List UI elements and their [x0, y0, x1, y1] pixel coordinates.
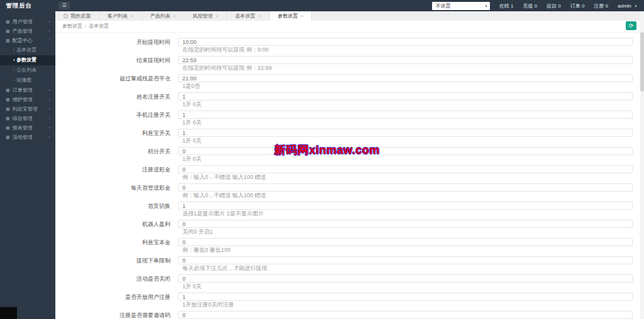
tab-3[interactable]: 风控管理×: [184, 11, 227, 21]
topbar-stat-3[interactable]: 订单 0: [570, 3, 585, 9]
sidebar-item-10[interactable]: ▦综合管理‹: [0, 114, 55, 123]
sidebar-item-2[interactable]: ▦配置中心ˇ: [0, 36, 55, 45]
breadcrumb-part[interactable]: 参数设置: [62, 23, 82, 29]
topbar-right: 不设置 ▾ 在线 1充值 0提款 0订单 0注册 0 admin ▼: [432, 0, 638, 11]
form-field: 在指定的时间段可以提现 例：22:59: [178, 56, 633, 71]
sidebar-item-label: 用户管理: [13, 19, 33, 24]
sidebar-item-5[interactable]: ›公告列表: [0, 65, 55, 75]
topbar-select[interactable]: 不设置 ▾: [432, 2, 490, 10]
form-input-11[interactable]: [178, 238, 633, 246]
topbar-stat-4[interactable]: 注册 0: [594, 3, 608, 9]
form-hint: 例：输入0，不赠送 输入100 赠送: [178, 193, 633, 198]
topbar-select-value: 不设置: [436, 3, 451, 9]
form-row-11: 利息宝本金例：最低0 最低100: [55, 238, 640, 253]
grid-icon: ▦: [6, 132, 10, 142]
sidebar-item-12[interactable]: ▦活动管理‹: [0, 132, 55, 142]
sidebar-item-3[interactable]: ›基本设置: [0, 45, 55, 55]
grid-icon: ▦: [6, 17, 10, 26]
form-field: 每天必须下注几次，才能进行提现: [178, 256, 633, 271]
sidebar-item-label: 产品管理: [13, 28, 33, 34]
vertical-scrollbar: [640, 11, 644, 319]
form-input-9[interactable]: [178, 202, 633, 210]
topbar-stat-2[interactable]: 提款 0: [547, 3, 561, 9]
chevron-left-icon: ‹: [48, 85, 50, 95]
form-input-14[interactable]: [178, 293, 633, 301]
tab-0[interactable]: 我的桌面: [55, 11, 99, 21]
chevron-left-icon: ‹: [48, 123, 50, 132]
form-row-2: 超过警戒线是否平仓1是0否: [55, 74, 640, 89]
form-input-1[interactable]: [178, 56, 633, 64]
form-input-4[interactable]: [178, 111, 633, 119]
chevron-left-icon: ‹: [48, 95, 50, 104]
form-hint: 例：输入0，不赠送 输入100 赠送: [178, 175, 633, 180]
refresh-button[interactable]: ⟳: [626, 21, 636, 30]
tab-1[interactable]: 客户列表×: [99, 11, 142, 21]
chevron-right-icon: ›: [13, 75, 14, 85]
close-icon[interactable]: ×: [301, 14, 304, 19]
app-logo: 管理后台: [0, 0, 55, 11]
tab-2[interactable]: 产品列表×: [142, 11, 185, 21]
sidebar-item-0[interactable]: ▦用户管理‹: [0, 17, 55, 26]
grid-icon: ▦: [6, 114, 10, 123]
sidebar-item-label: 配置中心: [13, 38, 33, 43]
form-input-10[interactable]: [178, 220, 633, 228]
form-input-8[interactable]: [178, 183, 633, 192]
sidebar-item-label: 基本设置: [16, 47, 36, 53]
close-icon[interactable]: ×: [130, 14, 133, 19]
chevron-left-icon: ‹: [48, 17, 50, 26]
chevron-left-icon: ‹: [48, 114, 50, 123]
form-label: 结束提现时间: [55, 56, 178, 71]
sidebar-item-6[interactable]: ›轮播图: [0, 75, 55, 85]
chevron-left-icon: ‹: [48, 104, 50, 114]
form-row-13: 活动是否关闭1开 0关: [55, 274, 640, 289]
form-label: 积分开关: [55, 147, 178, 162]
form-row-4: 手机注册开关1开 0关: [55, 111, 640, 126]
topbar: ☰ 不设置 ▾ 在线 1充值 0提款 0订单 0注册 0 admin ▼: [55, 0, 644, 11]
form-row-5: 利息宝开关1开 0关: [55, 129, 640, 144]
form-input-12[interactable]: [178, 256, 633, 264]
form-input-3[interactable]: [178, 92, 633, 100]
user-menu[interactable]: admin ▼: [618, 3, 638, 9]
form-input-5[interactable]: [178, 129, 633, 137]
close-icon[interactable]: ×: [215, 14, 218, 19]
sidebar-item-9[interactable]: ▦利息宝管理‹: [0, 104, 55, 114]
form-label: 利息宝本金: [55, 238, 178, 253]
topbar-stat-0[interactable]: 在线 1: [499, 3, 514, 9]
form-field: 例：输入0，不赠送 输入100 赠送: [178, 183, 633, 198]
tab-label: 产品列表: [150, 11, 170, 21]
sidebar-item-8[interactable]: ▦维护管理‹: [0, 95, 55, 104]
close-icon[interactable]: ×: [258, 14, 261, 19]
form-input-7[interactable]: [178, 165, 633, 173]
form-row-0: 开始提现时间在指定的时间段可以提现 例：9:00: [55, 38, 640, 53]
sidebar-menu: ▦用户管理‹▦产品管理‹▦配置中心ˇ›基本设置›参数设置›公告列表›轮播图▦订单…: [0, 17, 55, 142]
tab-4[interactable]: 基本设置×: [227, 11, 270, 21]
sidebar-item-7[interactable]: ▦订单管理‹: [0, 85, 55, 95]
sidebar-item-1[interactable]: ▦产品管理‹: [0, 26, 55, 36]
settings-form: 开始提现时间在指定的时间段可以提现 例：9:00结束提现时间在指定的时间段可以提…: [55, 32, 640, 319]
form-field: 例：最低0 最低100: [178, 238, 633, 253]
chevron-down-icon: ▼: [634, 4, 638, 8]
form-input-2[interactable]: [178, 74, 633, 82]
sidebar-item-label: 综合管理: [13, 116, 33, 121]
close-icon[interactable]: ×: [173, 14, 176, 19]
form-input-13[interactable]: [178, 274, 633, 283]
grid-icon: ▦: [6, 104, 10, 114]
form-input-15[interactable]: [178, 311, 633, 319]
sidebar-item-11[interactable]: ▦报表管理‹: [0, 123, 55, 132]
form-label: 活动是否关闭: [55, 274, 178, 289]
chevron-down-icon: ▾: [485, 2, 487, 10]
form-input-6[interactable]: [178, 147, 633, 155]
menu-toggle-icon[interactable]: ☰: [58, 2, 70, 9]
topbar-stat-1[interactable]: 充值 0: [523, 3, 537, 9]
form-label: 每天首登送彩金: [55, 183, 178, 198]
form-row-7: 注册送彩金例：输入0，不赠送 输入100 赠送: [55, 165, 640, 180]
sidebar: 管理后台 ▦用户管理‹▦产品管理‹▦配置中心ˇ›基本设置›参数设置›公告列表›轮…: [0, 0, 55, 319]
scrollbar-thumb[interactable]: [640, 32, 644, 92]
form-row-10: 机器人盈利关闭0 开启1: [55, 220, 640, 235]
tab-label: 风控管理: [192, 11, 213, 21]
tab-5[interactable]: 参数设置×: [270, 11, 313, 21]
chevron-right-icon: ›: [13, 45, 14, 55]
sidebar-item-4[interactable]: ›参数设置: [0, 55, 55, 65]
form-row-3: 姓名注册开关1开 0关: [55, 92, 640, 107]
form-input-0[interactable]: [178, 38, 633, 46]
